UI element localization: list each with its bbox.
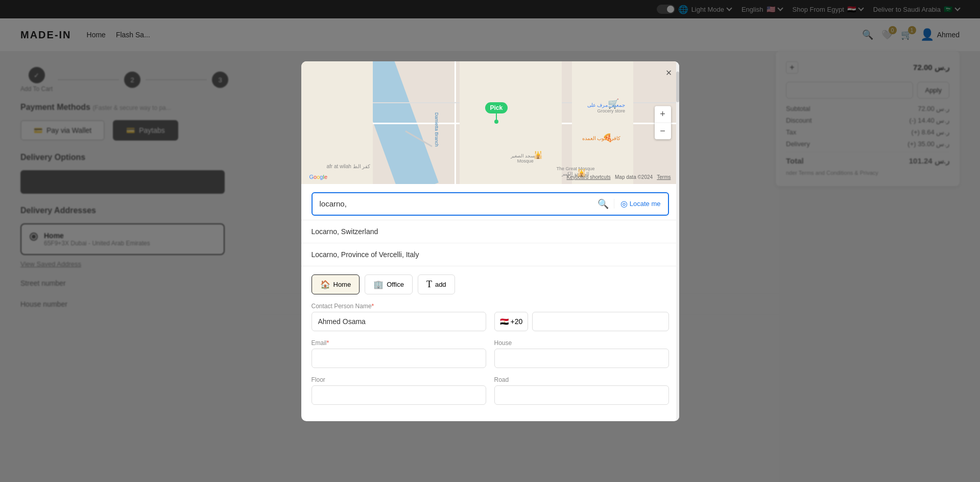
- home-tab-label: Home: [333, 281, 351, 288]
- pick-pin-tail: [496, 113, 497, 120]
- scrollbar-thumb: [676, 72, 679, 102]
- locate-me-button[interactable]: ◎ Locate me: [614, 199, 661, 209]
- map-road-2: [455, 61, 456, 184]
- road-input[interactable]: [494, 385, 669, 405]
- map-data-label: Map data ©2024: [615, 174, 653, 180]
- terms-link[interactable]: Terms: [657, 174, 671, 180]
- map-zoom-out-button[interactable]: −: [655, 123, 671, 139]
- email-label: Email: [312, 339, 486, 347]
- email-input[interactable]: [312, 349, 486, 368]
- tab-office[interactable]: 🏢 Office: [365, 274, 413, 294]
- office-tab-icon: 🏢: [373, 280, 384, 289]
- map-zoom-in-button[interactable]: +: [655, 106, 671, 122]
- keyboard-shortcuts-link[interactable]: Keyboard shortcuts: [567, 174, 611, 180]
- location-type-tabs: 🏠 Home 🏢 Office T add: [312, 274, 669, 294]
- map-block-3: [572, 61, 633, 184]
- map-label-branch: Damietta Branch: [434, 112, 439, 147]
- pick-pin-label: Pick: [485, 102, 508, 113]
- google-text: Google: [309, 174, 328, 180]
- floor-road-row: Floor Road: [312, 376, 669, 405]
- phone-country-selector[interactable]: 🇪🇬 +20: [494, 312, 529, 331]
- house-input[interactable]: [494, 349, 669, 368]
- contact-name-label: Contact Person Name: [312, 303, 486, 310]
- contact-row: Contact Person Name 🇪🇬 +20: [312, 303, 669, 331]
- cafe-pin: 🍕: [603, 133, 613, 143]
- phone-number-input[interactable]: [532, 312, 668, 331]
- contact-name-group: Contact Person Name: [312, 303, 486, 331]
- email-group: Email: [312, 339, 486, 368]
- add-tab-label: add: [435, 281, 446, 288]
- search-bar-container: 🔍 ◎ Locate me: [301, 184, 679, 220]
- office-tab-label: Office: [387, 281, 404, 288]
- email-house-row: Email House: [312, 339, 669, 368]
- house-label: House: [494, 339, 669, 347]
- tab-home[interactable]: 🏠 Home: [312, 274, 360, 294]
- google-logo: Google: [309, 174, 328, 180]
- floor-label: Floor: [312, 376, 486, 383]
- modal-close-button[interactable]: ×: [666, 67, 672, 78]
- phone-input-group: 🇪🇬 +20: [494, 312, 669, 331]
- home-tab-icon: 🏠: [320, 280, 330, 289]
- map-label-arabic-store: جمعيتي.مرف على Grocery store: [587, 102, 626, 113]
- suggestion-item-1[interactable]: Locarno, Province of Vercelli, Italy: [301, 243, 679, 266]
- location-search-input[interactable]: [320, 199, 592, 208]
- suggestion-item-0[interactable]: Locarno, Switzerland: [301, 220, 679, 243]
- tab-add[interactable]: T add: [418, 274, 455, 294]
- search-icon[interactable]: 🔍: [597, 198, 609, 210]
- pick-pin-dot: [494, 120, 498, 124]
- form-section: 🏠 Home 🏢 Office T add Contact Person Nam…: [301, 266, 679, 421]
- road-group: Road: [494, 376, 669, 405]
- grocery-store-pin: 🛒: [608, 98, 619, 109]
- search-bar: 🔍 ◎ Locate me: [312, 192, 669, 216]
- phone-flag: 🇪🇬: [500, 317, 509, 326]
- contact-name-input[interactable]: [312, 312, 486, 331]
- phone-label: [494, 303, 669, 310]
- map-background: afr at wilah كفر الط Damietta Branch الم…: [301, 61, 679, 184]
- phone-group: 🇪🇬 +20: [494, 303, 669, 331]
- floor-input[interactable]: [312, 385, 486, 405]
- map-label-cafe: كافي شوب العمده: [582, 135, 621, 141]
- floor-group: Floor: [312, 376, 486, 405]
- target-icon: ◎: [620, 199, 628, 209]
- map-label-area: afr at wilah كفر الط: [327, 164, 371, 169]
- map-block-2: [460, 61, 562, 184]
- road-label: Road: [494, 376, 669, 383]
- map-credits: Keyboard shortcuts Map data ©2024 Terms: [567, 174, 671, 180]
- pick-pin: Pick: [485, 102, 508, 124]
- add-tab-icon: T: [426, 279, 432, 290]
- map-zoom-controls: + −: [655, 106, 671, 139]
- address-modal: × afr at wilah كفر الط Damietta Branch: [301, 61, 679, 421]
- scrollbar[interactable]: [676, 61, 679, 421]
- locate-me-label: Locate me: [630, 200, 661, 208]
- phone-prefix-value: +20: [511, 317, 523, 326]
- map-container: afr at wilah كفر الط Damietta Branch الم…: [301, 61, 679, 184]
- house-group: House: [494, 339, 669, 368]
- modal-overlay: × afr at wilah كفر الط Damietta Branch: [0, 0, 980, 482]
- mosque-pin-1: 🕌: [534, 151, 542, 159]
- suggestions-list: Locarno, Switzerland Locarno, Province o…: [301, 220, 679, 266]
